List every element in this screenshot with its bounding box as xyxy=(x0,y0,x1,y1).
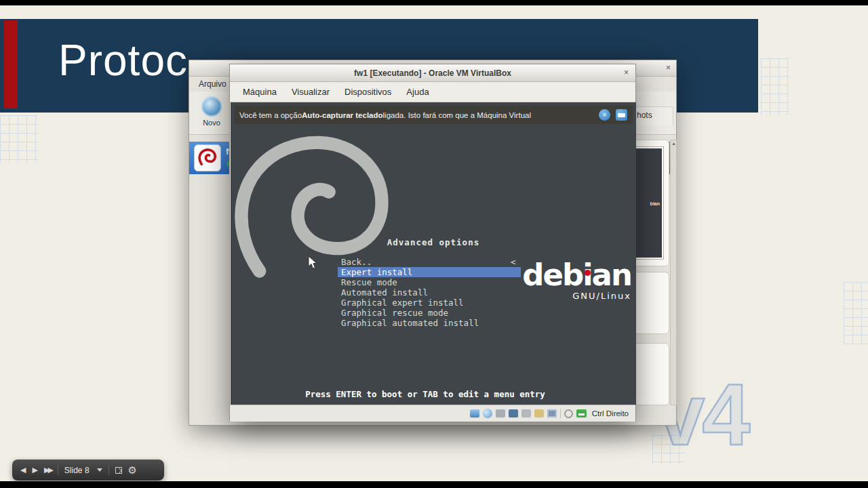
host-key-label: Ctrl Direito xyxy=(592,409,629,418)
caret-down-icon[interactable] xyxy=(97,468,102,472)
slide-selector[interactable]: Slide 8 xyxy=(64,466,90,475)
vm-titlebar[interactable]: fw1 [Executando] - Oracle VM VirtualBox … xyxy=(230,64,635,82)
notification-text-bold: Auto-capturar teclado xyxy=(302,111,383,119)
new-vm-label: Novo xyxy=(193,119,230,127)
vm-statusbar: Ctrl Direito xyxy=(230,405,635,422)
vm-window-title: fw1 [Executando] - Oracle VM VirtualBox xyxy=(354,68,511,78)
vm-menubar: Máquina Visualizar Dispositivos Ajuda xyxy=(230,82,635,102)
mouse-cursor xyxy=(308,256,318,270)
boot-menu-item-graphical-expert-install[interactable]: Graphical expert install xyxy=(338,298,521,308)
optical-drives-icon[interactable] xyxy=(483,409,492,418)
boot-menu-list: Back.. Expert install Rescue mode Automa… xyxy=(338,257,521,328)
thumbnail-text-fragment: bian xyxy=(650,201,660,206)
debian-logo-text: debian xyxy=(522,258,631,292)
boot-menu-footer: Press ENTER to boot or TAB to edit a men… xyxy=(231,389,620,399)
separator xyxy=(108,465,109,475)
vm-window: fw1 [Executando] - Oracle VM VirtualBox … xyxy=(229,64,636,422)
boot-menu-item-rescue-mode[interactable]: Rescue mode xyxy=(338,277,521,287)
debian-swirl-icon xyxy=(198,148,217,167)
menu-arquivo[interactable]: Arquivo xyxy=(199,79,226,89)
notification-text-prefix: Você tem a opção xyxy=(239,111,302,119)
new-vm-icon[interactable] xyxy=(201,96,222,117)
close-icon[interactable]: × xyxy=(624,68,629,77)
notification-keyboard-icon[interactable] xyxy=(616,109,627,121)
presentation-slide: Protoc v4 × Arquivo Novo fw xyxy=(0,5,868,481)
boot-menu-item-expert-install[interactable]: Expert install xyxy=(338,267,521,277)
menu-maquina[interactable]: Máquina xyxy=(235,82,284,102)
menu-visualizar[interactable]: Visualizar xyxy=(284,82,337,102)
debian-logo-red-dot xyxy=(585,270,591,276)
grid-decoration xyxy=(844,282,868,344)
network-icon[interactable] xyxy=(509,409,518,418)
boot-menu-item-automated-install[interactable]: Automated install xyxy=(338,287,521,298)
boot-menu-heading: Advanced options xyxy=(231,237,636,247)
display-icon[interactable] xyxy=(547,409,557,418)
close-icon[interactable]: × xyxy=(666,63,671,73)
settings-gear-icon[interactable]: ⚙ xyxy=(128,460,137,481)
boot-menu-item-graphical-automated-install[interactable]: Graphical automated install xyxy=(338,318,521,328)
previous-slide-icon[interactable]: ◀ xyxy=(20,460,26,481)
keyboard-icon[interactable] xyxy=(576,409,587,418)
snapshots-tab-label[interactable]: hots xyxy=(637,110,652,120)
hard-disks-icon[interactable] xyxy=(470,409,479,418)
resize-icon[interactable] xyxy=(115,467,122,474)
notification-close-icon[interactable]: × xyxy=(599,109,610,121)
scrollbar[interactable]: ▲ xyxy=(670,140,677,405)
slide-title: Protoc xyxy=(58,35,188,85)
vm-os-icon xyxy=(194,144,221,171)
notification-text-suffix: ligada. Isto fará com que a Máquina Virt… xyxy=(383,111,531,119)
boot-menu-item-graphical-rescue-mode[interactable]: Graphical rescue mode xyxy=(338,308,521,318)
boot-menu-item-back[interactable]: Back.. xyxy=(338,257,521,267)
next-slide-icon[interactable]: ▶▶ xyxy=(44,460,52,481)
separator xyxy=(58,465,58,475)
notification-bar: Você tem a opção Auto-capturar teclado l… xyxy=(234,106,633,124)
play-icon[interactable]: ▶ xyxy=(32,460,37,481)
shared-folders-icon[interactable] xyxy=(534,409,544,418)
mouse-integration-icon[interactable] xyxy=(564,409,573,418)
guest-screen[interactable]: Você tem a opção Auto-capturar teclado l… xyxy=(231,102,636,405)
usb-icon[interactable] xyxy=(521,409,531,418)
debian-logo: debian GNU/Linux xyxy=(522,258,631,301)
statusbar-separator xyxy=(560,409,561,418)
grid-decoration xyxy=(761,58,789,115)
back-arrow-indicator: < xyxy=(511,257,516,267)
menu-ajuda[interactable]: Ajuda xyxy=(399,82,436,102)
screen-root: Protoc v4 × Arquivo Novo fw xyxy=(0,0,868,488)
grid-decoration xyxy=(0,115,38,163)
presenter-control-bar: ◀ ▶ ▶▶ Slide 8 ⚙ xyxy=(12,460,164,481)
audio-icon[interactable] xyxy=(496,409,505,418)
menu-dispositivos[interactable]: Dispositivos xyxy=(337,82,399,102)
scroll-up-icon[interactable]: ▲ xyxy=(671,141,676,146)
slide-accent-block xyxy=(4,20,18,108)
